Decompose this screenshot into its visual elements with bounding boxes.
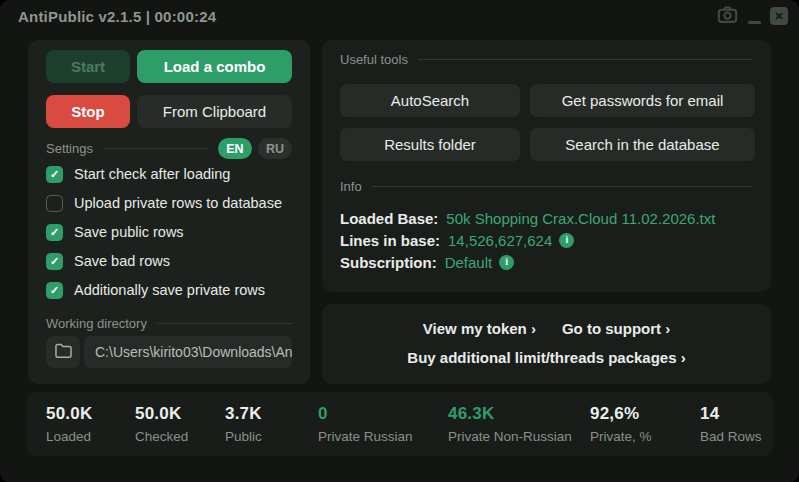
minimize-icon: [748, 21, 761, 24]
minimize-button[interactable]: [747, 7, 761, 26]
load-combo-button[interactable]: Load a combo: [137, 50, 292, 83]
checkbox-label: Save bad rows: [74, 253, 170, 269]
stat-label: Public: [225, 429, 262, 444]
checkbox-row-save-private[interactable]: Additionally save private rows: [46, 281, 265, 299]
checkbox-label: Save public rows: [74, 224, 184, 240]
stat-value: 14: [700, 404, 762, 424]
camera-icon: [717, 5, 738, 28]
check-icon: [50, 256, 59, 267]
search-database-button[interactable]: Search in the database: [530, 128, 755, 161]
app-window: AntiPublic v2.1.5 | 00:00:24 Start Load …: [0, 0, 799, 482]
stat-private-percent: 92,6% Private, %: [590, 404, 652, 444]
stat-bad-rows: 14 Bad Rows: [700, 404, 762, 444]
language-toggle-en[interactable]: EN: [218, 138, 252, 159]
checkbox[interactable]: [46, 253, 63, 270]
tools-info-panel: Useful tools AutoSearch Get passwords fo…: [322, 40, 771, 292]
stat-value: 46.3K: [448, 404, 572, 424]
lines-in-base-label: Lines in base:: [340, 232, 440, 249]
links-panel: View my token › Go to support › Buy addi…: [322, 304, 771, 384]
links-row-top: View my token › Go to support ›: [322, 320, 771, 337]
useful-tools-section-header: Useful tools: [340, 52, 753, 67]
check-icon: [50, 285, 59, 296]
close-button[interactable]: [770, 7, 788, 25]
working-directory-path[interactable]: C:\Users\kirito03\Downloads\An...: [84, 336, 292, 368]
info-icon[interactable]: [559, 233, 574, 248]
stat-label: Private, %: [590, 429, 652, 444]
stat-value: 50.0K: [46, 404, 92, 424]
divider: [418, 59, 753, 60]
useful-tools-label: Useful tools: [340, 52, 408, 67]
stat-private-russian: 0 Private Russian: [318, 404, 413, 444]
results-folder-button[interactable]: Results folder: [340, 128, 520, 161]
checkbox-label: Upload private rows to database: [74, 195, 282, 211]
checkbox-label: Additionally save private rows: [74, 282, 265, 298]
settings-label: Settings: [46, 141, 93, 156]
checkbox-label: Start check after loading: [74, 166, 230, 182]
info-icon[interactable]: [499, 255, 514, 270]
divider: [157, 323, 292, 324]
stat-value: 92,6%: [590, 404, 652, 424]
checkbox-row-upload-private[interactable]: Upload private rows to database: [46, 194, 282, 212]
loaded-base-label: Loaded Base:: [340, 210, 438, 227]
get-passwords-button[interactable]: Get passwords for email: [530, 84, 755, 117]
title-bar: AntiPublic v2.1.5 | 00:00:24: [0, 0, 799, 34]
control-panel: Start Load a combo Stop From Clipboard S…: [28, 40, 310, 384]
subscription-label: Subscription:: [340, 254, 437, 271]
checkbox-row-start-check[interactable]: Start check after loading: [46, 165, 230, 183]
screenshot-button[interactable]: [717, 7, 738, 26]
language-toggle-ru[interactable]: RU: [258, 138, 292, 159]
info-section-header: Info: [340, 179, 753, 194]
from-clipboard-button[interactable]: From Clipboard: [137, 95, 292, 128]
subscription-row: Subscription: Default: [340, 251, 514, 273]
checkbox[interactable]: [46, 282, 63, 299]
stat-checked: 50.0K Checked: [135, 404, 188, 444]
working-directory-section-header: Working directory: [46, 316, 292, 331]
stats-bar: 50.0K Loaded 50.0K Checked 3.7K Public 0…: [26, 392, 773, 456]
stat-public: 3.7K Public: [225, 404, 262, 444]
check-icon: [50, 227, 59, 238]
stat-value: 3.7K: [225, 404, 262, 424]
stat-value: 50.0K: [135, 404, 188, 424]
stat-label: Private Russian: [318, 429, 413, 444]
autosearch-button[interactable]: AutoSearch: [340, 84, 520, 117]
checkbox-row-save-public[interactable]: Save public rows: [46, 223, 184, 241]
divider: [372, 186, 753, 187]
checkbox-row-save-bad[interactable]: Save bad rows: [46, 252, 170, 270]
stat-label: Checked: [135, 429, 188, 444]
support-link[interactable]: Go to support ›: [562, 320, 670, 337]
checkbox[interactable]: [46, 224, 63, 241]
buy-packages-link[interactable]: Buy additional limit/threads packages ›: [407, 349, 685, 366]
browse-folder-button[interactable]: [46, 336, 80, 368]
working-directory-label: Working directory: [46, 316, 147, 331]
lines-in-base-value: 14,526,627,624: [448, 232, 552, 249]
folder-icon: [54, 342, 73, 363]
stat-loaded: 50.0K Loaded: [46, 404, 92, 444]
start-button[interactable]: Start: [46, 50, 130, 83]
checkbox[interactable]: [46, 195, 63, 212]
checkbox[interactable]: [46, 166, 63, 183]
window-controls: [717, 7, 788, 26]
view-token-link[interactable]: View my token ›: [423, 320, 536, 337]
lines-in-base-row: Lines in base: 14,526,627,624: [340, 229, 574, 251]
loaded-base-row: Loaded Base: 50k Shopping Crax.Cloud 11.…: [340, 207, 715, 229]
divider: [103, 148, 208, 149]
check-icon: [50, 169, 59, 180]
window-title: AntiPublic v2.1.5 | 00:00:24: [18, 8, 216, 25]
stat-label: Loaded: [46, 429, 92, 444]
stat-label: Private Non-Russian: [448, 429, 572, 444]
stop-button[interactable]: Stop: [46, 95, 130, 128]
stat-label: Bad Rows: [700, 429, 762, 444]
subscription-value: Default: [445, 254, 493, 271]
stat-private-non-russian: 46.3K Private Non-Russian: [448, 404, 572, 444]
loaded-base-value: 50k Shopping Crax.Cloud 11.02.2026.txt: [446, 210, 715, 227]
info-label: Info: [340, 179, 362, 194]
settings-section-header: Settings EN RU: [46, 138, 292, 159]
links-row-bottom: Buy additional limit/threads packages ›: [322, 349, 771, 366]
stat-value: 0: [318, 404, 413, 424]
